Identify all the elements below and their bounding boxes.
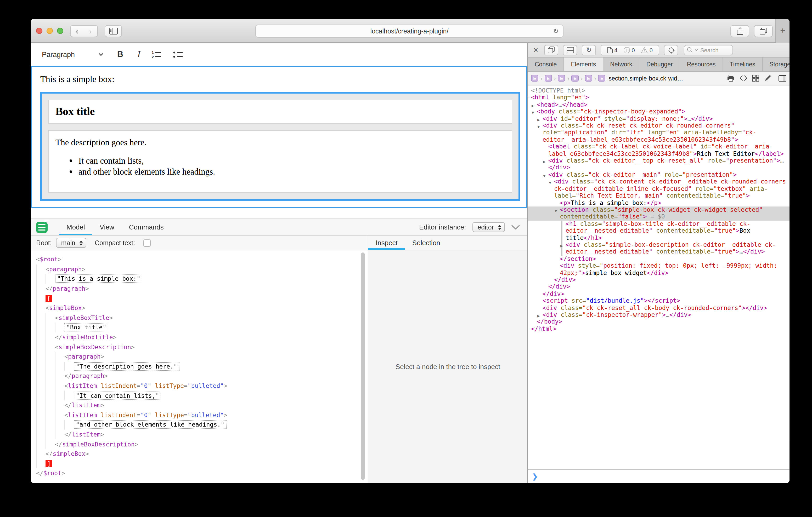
reload-icon[interactable]: ↻ xyxy=(553,27,559,35)
compact-text-checkbox[interactable] xyxy=(143,239,151,246)
devtools-tab-elements[interactable]: Elements xyxy=(564,58,603,71)
model-tree-line[interactable]: </paragraph> xyxy=(36,371,368,381)
zoom-window-button[interactable] xyxy=(57,28,63,34)
model-tree-line[interactable]: </listItem> xyxy=(36,400,368,410)
breadcrumb-element-badge[interactable]: E xyxy=(571,75,579,82)
model-tree-line[interactable]: ] xyxy=(36,459,368,468)
scrollbar-thumb[interactable] xyxy=(361,252,365,480)
numbered-list-button[interactable]: 12 xyxy=(152,51,162,58)
collapse-node-icon[interactable]: ▼ xyxy=(549,180,551,187)
model-tree-line[interactable]: </simpleBox> xyxy=(36,449,368,459)
model-tree-line[interactable]: <listItem listIndent="0" listType="bulle… xyxy=(36,410,368,420)
details-sidebar-toggle-icon[interactable] xyxy=(779,75,786,81)
expand-node-icon[interactable]: ▶ xyxy=(543,158,546,165)
dom-tree-line[interactable]: ▼<div class="ck ck-content ck-editor__ed… xyxy=(528,179,789,200)
breadcrumb-element-badge[interactable]: E xyxy=(598,75,606,82)
dom-tree-line[interactable]: </div> xyxy=(528,283,789,291)
collapse-node-icon[interactable]: ▼ xyxy=(537,123,540,130)
dom-tree-line[interactable]: ▼<html lang="en"> xyxy=(528,94,789,101)
devtools-reload-button[interactable]: ↻ xyxy=(582,45,596,55)
print-icon[interactable] xyxy=(727,75,734,82)
dom-tree-line[interactable]: </div> xyxy=(528,291,789,298)
element-picker-button[interactable] xyxy=(664,45,678,55)
address-bar[interactable]: localhost/creating-a-plugin/ ↻ xyxy=(255,25,563,38)
dom-tree-line[interactable]: ▶<div class="ck ck-editor__top ck-reset_… xyxy=(528,157,789,172)
devtools-status-group[interactable]: 4 0 0 xyxy=(601,45,660,55)
sidebar-toggle-button[interactable] xyxy=(105,25,122,37)
model-tree-line[interactable]: </listItem> xyxy=(36,429,368,439)
simple-box-title[interactable]: Box title xyxy=(48,100,512,124)
root-select[interactable]: main xyxy=(56,238,86,248)
description-paragraph[interactable]: The description goes here. xyxy=(55,138,505,148)
dom-tree-line[interactable]: <h1 class="simple-box-title ck-editor__e… xyxy=(528,220,789,241)
model-tree-line[interactable]: <simpleBox> xyxy=(36,303,368,313)
dom-tree-line[interactable]: ▶<div class="simple-box-description ck-e… xyxy=(528,242,789,255)
heading-dropdown[interactable]: Paragraph xyxy=(42,51,104,58)
breadcrumb-element-badge[interactable]: E xyxy=(531,75,539,82)
dom-tree-line[interactable]: <div style="position: fixed; top: 0px; l… xyxy=(528,263,789,277)
dom-tree-line[interactable]: ▼<section class="simple-box ck-widget ck… xyxy=(528,207,789,221)
dom-tree-line[interactable]: </div> xyxy=(528,277,789,283)
dom-tree-line[interactable]: </section> xyxy=(528,255,789,263)
model-tree-line[interactable]: "Box title" xyxy=(36,323,368,332)
model-tree-line[interactable]: </simpleBoxDescription> xyxy=(36,439,368,449)
back-button[interactable]: ‹ xyxy=(70,25,84,37)
minimize-window-button[interactable] xyxy=(47,28,53,34)
dom-tree-line[interactable]: ▶<head>…</head> xyxy=(528,101,789,109)
edit-styles-icon[interactable] xyxy=(764,75,771,82)
dom-tree-line[interactable]: ▼<div class="ck ck-editor__main" role="p… xyxy=(528,172,789,179)
devtools-tab-debugger[interactable]: Debugger xyxy=(640,58,680,71)
model-tree-line[interactable]: "and other block elements like headings.… xyxy=(36,420,368,429)
inspector-tab-model[interactable]: Model xyxy=(59,219,92,235)
devtools-search-input[interactable]: Search xyxy=(684,45,733,55)
dom-tree-line[interactable]: ▼<div class="ck ck-reset ck-editor ck-ro… xyxy=(528,122,789,143)
detail-tab-selection[interactable]: Selection xyxy=(405,236,447,250)
bold-button[interactable]: B xyxy=(117,50,123,59)
devtools-tab-resources[interactable]: Resources xyxy=(680,58,723,71)
close-window-button[interactable] xyxy=(36,28,42,34)
italic-button[interactable]: I xyxy=(137,49,140,60)
breadcrumb-element-badge[interactable]: E xyxy=(585,75,592,82)
model-tree-line[interactable]: <simpleBoxDescription> xyxy=(36,342,368,352)
model-tree-line[interactable]: [ xyxy=(36,294,368,303)
editor-editable-area[interactable]: This is a simple box: Box title The desc… xyxy=(31,66,527,208)
dom-tree-line[interactable]: <p>This is a simple box:</p> xyxy=(528,200,789,207)
dom-tree-line[interactable]: ▶<div id="editor" style="display: none;"… xyxy=(528,115,789,122)
dom-tree-line[interactable]: ▼<body class="ck-inspector-body-expanded… xyxy=(528,108,789,115)
dom-tree-line[interactable]: </html> xyxy=(528,326,789,333)
devtools-tab-console[interactable]: Console xyxy=(528,58,564,71)
dom-tree-line[interactable]: <script src="dist/bundle.js"></script> xyxy=(528,298,789,304)
model-tree-line[interactable]: "The description goes here." xyxy=(36,362,368,371)
model-tree-line[interactable]: </$root> xyxy=(36,468,368,478)
grid-overlay-icon[interactable] xyxy=(752,75,759,82)
new-tab-button[interactable]: + xyxy=(775,19,789,43)
console-prompt[interactable]: ❯ xyxy=(528,469,789,483)
bulleted-list-button[interactable] xyxy=(173,51,183,58)
expand-node-icon[interactable]: ▶ xyxy=(560,243,563,250)
model-tree-line[interactable]: <paragraph> xyxy=(36,264,368,274)
detach-devtools-button[interactable] xyxy=(544,45,558,55)
devtools-tab-network[interactable]: Network xyxy=(603,58,639,71)
dock-side-button[interactable] xyxy=(563,45,577,55)
dom-tree-line[interactable]: ▶<div class="ck-inspector-wrapper">…</di… xyxy=(528,311,789,318)
detail-tab-inspect[interactable]: Inspect xyxy=(368,236,405,250)
breadcrumb-element-badge[interactable]: E xyxy=(558,75,565,82)
dom-tree-line[interactable]: <div class="ck ck-reset_all ck-body ck-r… xyxy=(528,304,789,311)
collapse-inspector-icon[interactable] xyxy=(511,225,520,230)
list-item[interactable]: It can contain lists, xyxy=(79,156,505,166)
list-item[interactable]: and other block elements like headings. xyxy=(79,167,505,177)
breadcrumb-element-badge[interactable]: E xyxy=(544,75,552,82)
share-button[interactable] xyxy=(730,25,749,37)
simple-box-widget[interactable]: Box title The description goes here. It … xyxy=(40,92,520,201)
model-tree-line[interactable]: <$root> xyxy=(36,254,368,264)
model-tree-line[interactable]: "This is a simple box:" xyxy=(36,274,368,283)
inspector-tab-view[interactable]: View xyxy=(92,219,122,235)
inspector-tab-commands[interactable]: Commands xyxy=(122,219,171,235)
devtools-close-button[interactable]: ✕ xyxy=(532,46,540,54)
model-tree-line[interactable]: </simpleBoxTitle> xyxy=(36,332,368,342)
model-tree-line[interactable]: <paragraph> xyxy=(36,352,368,362)
dom-tree-line[interactable]: </body> xyxy=(528,318,789,326)
model-tree-line[interactable]: <simpleBoxTitle> xyxy=(36,313,368,323)
show-source-icon[interactable] xyxy=(740,75,747,81)
editor-instance-select[interactable]: editor xyxy=(472,222,505,232)
